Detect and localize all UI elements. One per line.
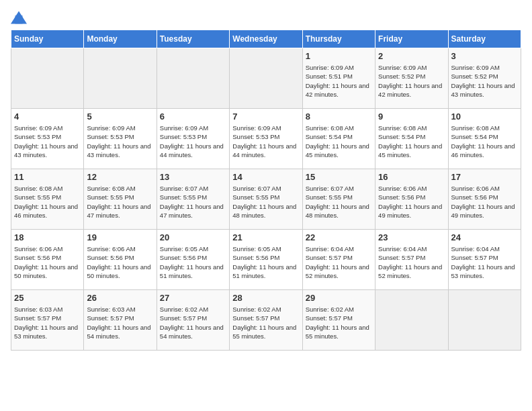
day-cell: 5 Sunrise: 6:09 AM Sunset: 5:53 PM Dayli… <box>84 109 157 169</box>
day-number: 29 <box>306 293 372 303</box>
col-header-friday: Friday <box>375 30 448 48</box>
day-info: Sunrise: 6:06 AM Sunset: 5:56 PM Dayligh… <box>451 184 518 220</box>
day-info: Sunrise: 6:06 AM Sunset: 5:56 PM Dayligh… <box>14 244 81 280</box>
day-info: Sunrise: 6:02 AM Sunset: 5:57 PM Dayligh… <box>160 305 226 340</box>
day-cell: 10 Sunrise: 6:08 AM Sunset: 5:54 PM Dayl… <box>448 109 521 169</box>
day-number: 7 <box>232 111 299 122</box>
day-number: 16 <box>378 172 445 182</box>
day-info: Sunrise: 6:04 AM Sunset: 5:57 PM Dayligh… <box>378 244 445 280</box>
day-number: 23 <box>378 232 445 242</box>
day-number: 22 <box>306 232 372 242</box>
day-number: 10 <box>451 111 518 122</box>
day-number: 17 <box>451 172 518 182</box>
day-cell <box>84 48 157 109</box>
day-number: 27 <box>160 293 226 303</box>
day-number: 5 <box>87 111 153 122</box>
day-number: 3 <box>451 51 518 61</box>
logo-icon <box>11 11 27 24</box>
day-number: 20 <box>160 232 226 242</box>
day-info: Sunrise: 6:09 AM Sunset: 5:53 PM Dayligh… <box>87 124 153 159</box>
day-info: Sunrise: 6:03 AM Sunset: 5:57 PM Dayligh… <box>87 305 153 340</box>
day-cell: 28 Sunrise: 6:02 AM Sunset: 5:57 PM Dayl… <box>230 290 302 351</box>
day-cell: 24 Sunrise: 6:04 AM Sunset: 5:57 PM Dayl… <box>448 230 521 290</box>
col-header-tuesday: Tuesday <box>157 30 229 48</box>
day-info: Sunrise: 6:09 AM Sunset: 5:52 PM Dayligh… <box>451 63 518 99</box>
week-row-5: 25 Sunrise: 6:03 AM Sunset: 5:57 PM Dayl… <box>11 290 521 351</box>
day-info: Sunrise: 6:07 AM Sunset: 5:55 PM Dayligh… <box>232 184 299 220</box>
day-info: Sunrise: 6:03 AM Sunset: 5:57 PM Dayligh… <box>14 305 81 340</box>
day-cell: 8 Sunrise: 6:08 AM Sunset: 5:54 PM Dayli… <box>302 109 375 169</box>
day-info: Sunrise: 6:05 AM Sunset: 5:56 PM Dayligh… <box>160 244 226 280</box>
day-number: 2 <box>378 51 445 61</box>
day-number: 6 <box>160 111 226 122</box>
col-header-monday: Monday <box>84 30 157 48</box>
day-number: 24 <box>451 232 518 242</box>
day-number: 25 <box>14 293 81 303</box>
day-cell: 20 Sunrise: 6:05 AM Sunset: 5:56 PM Dayl… <box>157 230 229 290</box>
calendar-table: SundayMondayTuesdayWednesdayThursdayFrid… <box>11 30 521 351</box>
day-number: 9 <box>378 111 445 122</box>
day-cell: 21 Sunrise: 6:05 AM Sunset: 5:56 PM Dayl… <box>230 230 302 290</box>
day-number: 14 <box>232 172 299 182</box>
day-cell <box>375 290 448 351</box>
day-cell: 22 Sunrise: 6:04 AM Sunset: 5:57 PM Dayl… <box>302 230 375 290</box>
day-number: 1 <box>306 51 372 61</box>
day-cell: 19 Sunrise: 6:06 AM Sunset: 5:56 PM Dayl… <box>84 230 157 290</box>
logo <box>11 11 30 24</box>
day-cell <box>11 48 84 109</box>
day-info: Sunrise: 6:09 AM Sunset: 5:53 PM Dayligh… <box>160 124 226 159</box>
day-number: 15 <box>306 172 372 182</box>
day-cell: 27 Sunrise: 6:02 AM Sunset: 5:57 PM Dayl… <box>157 290 229 351</box>
day-info: Sunrise: 6:02 AM Sunset: 5:57 PM Dayligh… <box>232 305 299 340</box>
day-cell: 13 Sunrise: 6:07 AM Sunset: 5:55 PM Dayl… <box>157 169 229 230</box>
col-header-saturday: Saturday <box>448 30 521 48</box>
day-cell: 18 Sunrise: 6:06 AM Sunset: 5:56 PM Dayl… <box>11 230 84 290</box>
day-number: 26 <box>87 293 153 303</box>
day-cell <box>448 290 521 351</box>
day-info: Sunrise: 6:08 AM Sunset: 5:54 PM Dayligh… <box>306 124 372 159</box>
day-cell: 7 Sunrise: 6:09 AM Sunset: 5:53 PM Dayli… <box>230 109 302 169</box>
week-row-4: 18 Sunrise: 6:06 AM Sunset: 5:56 PM Dayl… <box>11 230 521 290</box>
day-info: Sunrise: 6:02 AM Sunset: 5:57 PM Dayligh… <box>306 305 372 340</box>
day-cell: 4 Sunrise: 6:09 AM Sunset: 5:53 PM Dayli… <box>11 109 84 169</box>
day-info: Sunrise: 6:08 AM Sunset: 5:55 PM Dayligh… <box>87 184 153 220</box>
day-info: Sunrise: 6:05 AM Sunset: 5:56 PM Dayligh… <box>232 244 299 280</box>
day-number: 19 <box>87 232 153 242</box>
day-cell: 1 Sunrise: 6:09 AM Sunset: 5:51 PM Dayli… <box>302 48 375 109</box>
day-cell: 25 Sunrise: 6:03 AM Sunset: 5:57 PM Dayl… <box>11 290 84 351</box>
day-number: 21 <box>232 232 299 242</box>
week-row-1: 1 Sunrise: 6:09 AM Sunset: 5:51 PM Dayli… <box>11 48 521 109</box>
day-number: 4 <box>14 111 81 122</box>
page-header <box>11 11 521 24</box>
day-cell: 2 Sunrise: 6:09 AM Sunset: 5:52 PM Dayli… <box>375 48 448 109</box>
day-cell: 26 Sunrise: 6:03 AM Sunset: 5:57 PM Dayl… <box>84 290 157 351</box>
col-header-thursday: Thursday <box>302 30 375 48</box>
day-info: Sunrise: 6:07 AM Sunset: 5:55 PM Dayligh… <box>160 184 226 220</box>
day-number: 28 <box>232 293 299 303</box>
col-header-wednesday: Wednesday <box>230 30 302 48</box>
day-info: Sunrise: 6:04 AM Sunset: 5:57 PM Dayligh… <box>451 244 518 280</box>
day-info: Sunrise: 6:07 AM Sunset: 5:55 PM Dayligh… <box>306 184 372 220</box>
day-number: 12 <box>87 172 153 182</box>
day-cell: 9 Sunrise: 6:08 AM Sunset: 5:54 PM Dayli… <box>375 109 448 169</box>
week-row-2: 4 Sunrise: 6:09 AM Sunset: 5:53 PM Dayli… <box>11 109 521 169</box>
week-row-3: 11 Sunrise: 6:08 AM Sunset: 5:55 PM Dayl… <box>11 169 521 230</box>
calendar-header-row: SundayMondayTuesdayWednesdayThursdayFrid… <box>11 30 521 48</box>
day-cell: 15 Sunrise: 6:07 AM Sunset: 5:55 PM Dayl… <box>302 169 375 230</box>
day-cell: 29 Sunrise: 6:02 AM Sunset: 5:57 PM Dayl… <box>302 290 375 351</box>
day-number: 13 <box>160 172 226 182</box>
day-number: 8 <box>306 111 372 122</box>
day-info: Sunrise: 6:08 AM Sunset: 5:54 PM Dayligh… <box>451 124 518 159</box>
day-info: Sunrise: 6:09 AM Sunset: 5:52 PM Dayligh… <box>378 63 445 99</box>
day-cell: 17 Sunrise: 6:06 AM Sunset: 5:56 PM Dayl… <box>448 169 521 230</box>
day-cell <box>157 48 229 109</box>
day-info: Sunrise: 6:06 AM Sunset: 5:56 PM Dayligh… <box>87 244 153 280</box>
day-info: Sunrise: 6:08 AM Sunset: 5:55 PM Dayligh… <box>14 184 81 220</box>
day-cell: 6 Sunrise: 6:09 AM Sunset: 5:53 PM Dayli… <box>157 109 229 169</box>
day-info: Sunrise: 6:06 AM Sunset: 5:56 PM Dayligh… <box>378 184 445 220</box>
svg-marker-1 <box>15 15 22 24</box>
day-info: Sunrise: 6:09 AM Sunset: 5:53 PM Dayligh… <box>232 124 299 159</box>
day-cell: 23 Sunrise: 6:04 AM Sunset: 5:57 PM Dayl… <box>375 230 448 290</box>
day-cell: 3 Sunrise: 6:09 AM Sunset: 5:52 PM Dayli… <box>448 48 521 109</box>
day-cell: 12 Sunrise: 6:08 AM Sunset: 5:55 PM Dayl… <box>84 169 157 230</box>
